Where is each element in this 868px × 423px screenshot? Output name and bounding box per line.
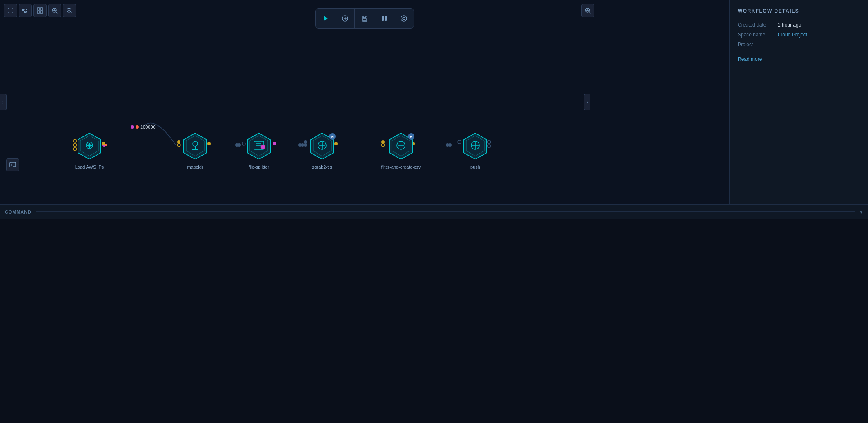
svg-point-49 [381, 143, 385, 147]
svg-line-5 [56, 12, 58, 13]
svg-point-34 [446, 143, 449, 147]
command-divider [36, 212, 855, 212]
node-load-aws-ips[interactable]: Load AWS IPs [76, 131, 103, 160]
node-load-aws-ips-label: Load AWS IPs [75, 165, 104, 169]
svg-rect-3 [40, 11, 43, 13]
svg-point-31 [238, 143, 241, 147]
node-zgrab2-tls[interactable]: R zgrab2-tls [308, 131, 336, 160]
read-more-link[interactable]: Read more [738, 56, 860, 62]
right-panel-collapse[interactable]: › [584, 94, 590, 110]
node-badge: 100000 [131, 125, 156, 129]
left-panel-collapse[interactable]: : [0, 94, 7, 110]
project-row: Project — [738, 42, 860, 47]
back-button[interactable] [374, 9, 394, 28]
svg-rect-1 [40, 8, 43, 10]
svg-point-46 [304, 143, 307, 147]
svg-marker-11 [324, 16, 328, 21]
svg-rect-13 [363, 16, 366, 18]
svg-point-32 [298, 143, 302, 147]
svg-point-72 [261, 145, 265, 149]
top-toolbar [4, 4, 76, 17]
badge-value: 100000 [140, 125, 156, 129]
panel-title: WORKFLOW DETAILS [738, 8, 860, 14]
fit-screen-button[interactable] [4, 4, 17, 17]
zoom-out-button[interactable] [63, 4, 76, 17]
bottom-area [0, 219, 868, 423]
node-mapcidr[interactable]: mapcidr [181, 131, 209, 160]
svg-point-41 [177, 143, 180, 147]
svg-point-45 [304, 140, 307, 144]
svg-point-17 [401, 16, 407, 21]
svg-point-51 [458, 140, 461, 144]
svg-rect-0 [37, 8, 40, 10]
project-value: — [778, 42, 783, 47]
play-button[interactable] [316, 9, 335, 28]
project-key: Project [738, 42, 775, 47]
node-mapcidr-label: mapcidr [187, 165, 203, 169]
created-date-value: 1 hour ago [778, 22, 801, 28]
node-filter-and-create-csv[interactable]: R filter-and-create-csv [387, 131, 415, 160]
node-file-splitter[interactable]: file-splitter [245, 131, 273, 160]
svg-rect-16 [385, 16, 387, 21]
created-date-key: Created date [738, 22, 775, 28]
expand-button[interactable] [33, 4, 47, 17]
svg-point-18 [403, 17, 405, 20]
workflow-canvas [0, 0, 729, 204]
svg-line-20 [589, 12, 591, 13]
node-filter-and-create-csv-label: filter-and-create-csv [381, 165, 421, 169]
svg-text:R: R [410, 135, 413, 139]
svg-rect-14 [363, 19, 366, 21]
svg-point-30 [235, 143, 238, 147]
svg-rect-2 [37, 11, 40, 13]
zoom-control[interactable] [581, 4, 594, 17]
svg-point-33 [301, 143, 304, 147]
input-button[interactable] [335, 9, 355, 28]
command-label: COMMAND [5, 209, 31, 214]
svg-line-9 [71, 12, 72, 13]
workflow-settings-button[interactable] [394, 9, 414, 28]
shuffle-button[interactable] [19, 4, 32, 17]
created-date-row: Created date 1 hour ago [738, 22, 860, 28]
canvas-area[interactable]: Load AWS IPs 100000 mapcidr [0, 0, 729, 204]
badge-dot-orange [136, 125, 139, 129]
svg-point-40 [177, 140, 180, 144]
center-toolbar [315, 8, 414, 29]
space-name-value[interactable]: Cloud Project [778, 32, 807, 38]
node-zgrab2-tls-label: zgrab2-tls [312, 165, 332, 169]
save-button[interactable] [355, 9, 374, 28]
svg-point-48 [381, 140, 385, 144]
node-push-label: push [470, 165, 480, 169]
terminal-icon-button[interactable] [6, 158, 19, 171]
svg-point-44 [273, 142, 276, 145]
space-name-key: Space name [738, 32, 775, 38]
node-push[interactable]: push [461, 131, 489, 160]
svg-point-35 [448, 143, 452, 147]
node-file-splitter-label: file-splitter [249, 165, 269, 169]
zoom-in-button[interactable] [48, 4, 61, 17]
svg-rect-15 [382, 16, 384, 21]
space-name-row: Space name Cloud Project [738, 32, 860, 38]
badge-dot-purple [131, 125, 134, 129]
svg-point-29 [105, 144, 107, 146]
command-expand-button[interactable]: ∨ [859, 209, 863, 215]
right-panel: WORKFLOW DETAILS Created date 1 hour ago… [729, 0, 868, 204]
svg-text:R: R [331, 135, 334, 139]
command-bar: COMMAND ∨ [0, 204, 868, 219]
